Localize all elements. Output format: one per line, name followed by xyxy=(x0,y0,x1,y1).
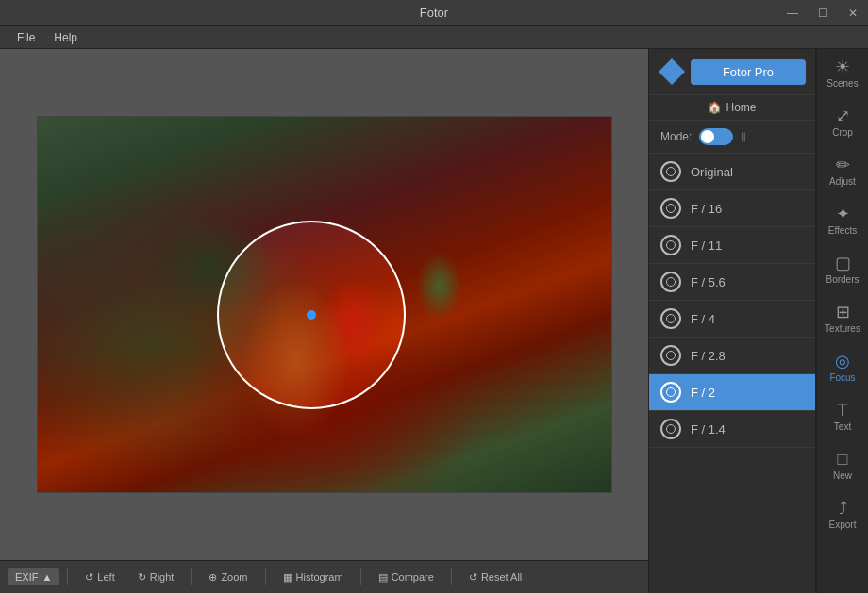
pro-bar: Fotor Pro xyxy=(649,49,815,95)
zoom-button[interactable]: ⊕ Zoom xyxy=(199,568,257,587)
scenes-label: Scenes xyxy=(826,78,858,89)
reset-label: Reset All xyxy=(481,571,522,583)
focus-item-f56[interactable]: F / 5.6 xyxy=(649,264,815,301)
diamond-icon xyxy=(659,58,685,85)
toolbar-separator-2 xyxy=(191,568,192,585)
focus-label-f56: F / 5.6 xyxy=(691,275,726,289)
focus-dot[interactable] xyxy=(307,310,316,320)
focus-label-f28: F / 2.8 xyxy=(691,349,726,363)
photo-background xyxy=(38,117,611,492)
rotate-left-button[interactable]: ↺ Left xyxy=(75,568,124,587)
bottom-toolbar: EXIF ▲ ↺ Left ↻ Right ⊕ Zoom ▦ Histogram xyxy=(0,560,648,593)
focus-item-f4[interactable]: F / 4 xyxy=(649,301,815,338)
sidebar-item-textures[interactable]: ⊞ Textures xyxy=(817,294,868,343)
focus-item-f2[interactable]: F / 2 xyxy=(649,374,815,411)
app-title: Fotor xyxy=(420,6,448,20)
reset-all-button[interactable]: ↺ Reset All xyxy=(459,568,531,587)
histogram-button[interactable]: ▦ Histogram xyxy=(274,568,353,587)
home-button[interactable]: 🏠 Home xyxy=(649,95,815,121)
focus-item-f16[interactable]: F / 16 xyxy=(649,190,815,227)
right-sidebar: ☀ Scenes ⤢ Crop ✏ Adjust ✦ Effects ▢ Bor… xyxy=(816,49,868,593)
borders-label: Borders xyxy=(826,274,859,285)
compare-icon: ▤ xyxy=(378,571,388,584)
menu-help[interactable]: Help xyxy=(44,26,87,49)
rotate-left-label: Left xyxy=(97,571,114,583)
home-label: Home xyxy=(726,101,756,114)
focus-label-f11: F / 11 xyxy=(691,239,722,253)
title-bar: Fotor — ☐ ✕ xyxy=(0,0,868,26)
menu-file[interactable]: File xyxy=(8,26,44,49)
effects-label: Effects xyxy=(828,225,857,236)
compare-label: Compare xyxy=(392,571,434,583)
focus-icon-f4 xyxy=(660,308,681,329)
crop-icon: ⤢ xyxy=(836,107,850,124)
focus-circle[interactable] xyxy=(217,221,406,409)
sidebar-item-adjust[interactable]: ✏ Adjust xyxy=(817,147,868,196)
export-label: Export xyxy=(829,519,857,530)
textures-icon: ⊞ xyxy=(836,304,850,321)
sidebar-item-export[interactable]: ⤴ Export xyxy=(817,490,868,539)
sidebar-item-text[interactable]: T Text xyxy=(817,392,868,441)
focus-label-f2: F / 2 xyxy=(691,386,715,400)
focus-label-f14: F / 1.4 xyxy=(691,422,726,437)
zoom-label: Zoom xyxy=(221,571,247,583)
mode-toggle[interactable] xyxy=(699,128,733,145)
pro-button[interactable]: Fotor Pro xyxy=(691,59,806,85)
focus-item-f14[interactable]: F / 1.4 xyxy=(649,411,815,448)
toolbar-separator-3 xyxy=(265,568,266,585)
focus-icon-sidebar: ◎ xyxy=(835,353,850,370)
focus-icon-f16 xyxy=(660,198,681,219)
sidebar-item-effects[interactable]: ✦ Effects xyxy=(817,196,868,245)
toolbar-separator-1 xyxy=(67,568,68,585)
exif-arrow-icon: ▲ xyxy=(42,571,52,583)
sidebar-item-crop[interactable]: ⤢ Crop xyxy=(817,98,868,147)
adjust-label: Adjust xyxy=(829,176,856,187)
adjust-icon: ✏ xyxy=(836,156,850,173)
sidebar-item-scenes[interactable]: ☀ Scenes xyxy=(817,49,868,98)
focus-label-sidebar: Focus xyxy=(829,372,855,383)
maximize-button[interactable]: ☐ xyxy=(808,0,838,26)
focus-icon-original xyxy=(660,161,681,182)
mode-label: Mode: xyxy=(660,130,692,143)
sidebar-item-new[interactable]: □ New xyxy=(817,441,868,490)
text-icon: T xyxy=(838,402,848,419)
rotate-right-icon: ↻ xyxy=(138,571,146,584)
text-label: Text xyxy=(834,421,851,432)
minimize-button[interactable]: — xyxy=(777,0,808,26)
focus-item-original[interactable]: Original xyxy=(649,154,815,190)
focus-label-f16: F / 16 xyxy=(691,202,722,216)
export-icon: ⤴ xyxy=(839,500,847,517)
rotate-right-label: Right xyxy=(150,571,175,583)
reset-icon: ↺ xyxy=(469,571,477,584)
rotate-right-button[interactable]: ↻ Right xyxy=(128,568,184,587)
window-controls: — ☐ ✕ xyxy=(777,0,868,26)
focus-item-f28[interactable]: F / 2.8 xyxy=(649,338,815,374)
main-layout: EXIF ▲ ↺ Left ↻ Right ⊕ Zoom ▦ Histogram xyxy=(0,49,868,593)
textures-label: Textures xyxy=(825,323,860,334)
exif-badge[interactable]: EXIF ▲ xyxy=(8,568,59,585)
home-icon: 🏠 xyxy=(708,101,722,114)
sidebar-item-borders[interactable]: ▢ Borders xyxy=(817,245,868,294)
toggle-knob xyxy=(701,130,714,143)
new-label: New xyxy=(833,470,852,481)
focus-list: Original F / 16 F / 11 F / 5.6 xyxy=(649,154,815,593)
middle-panel: Fotor Pro 🏠 Home Mode: ⦀ Original xyxy=(648,49,816,593)
focus-icon-f14 xyxy=(660,419,681,439)
scenes-icon: ☀ xyxy=(835,58,850,75)
canvas-area: EXIF ▲ ↺ Left ↻ Right ⊕ Zoom ▦ Histogram xyxy=(0,49,648,593)
focus-label-f4: F / 4 xyxy=(691,312,715,326)
bars-icon[interactable]: ⦀ xyxy=(741,129,746,145)
focus-icon-f56 xyxy=(660,272,681,292)
focus-item-f11[interactable]: F / 11 xyxy=(649,227,815,264)
focus-icon-f2 xyxy=(660,382,681,403)
close-button[interactable]: ✕ xyxy=(838,0,868,26)
toolbar-separator-5 xyxy=(451,568,452,585)
compare-button[interactable]: ▤ Compare xyxy=(369,568,443,587)
toolbar-separator-4 xyxy=(360,568,361,585)
sidebar-item-focus[interactable]: ◎ Focus xyxy=(817,343,868,392)
histogram-label: Histogram xyxy=(296,571,343,583)
mode-bar: Mode: ⦀ xyxy=(649,121,815,154)
photo-canvas xyxy=(37,116,612,493)
rotate-left-icon: ↺ xyxy=(85,571,93,584)
focus-label-original: Original xyxy=(691,165,733,179)
